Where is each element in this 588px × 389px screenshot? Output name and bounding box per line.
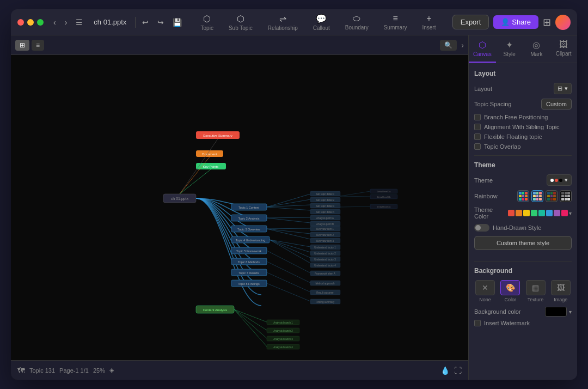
alignment-checkbox[interactable]	[474, 124, 481, 130]
flexible-checkbox[interactable]	[474, 133, 481, 140]
hand-drawn-toggle[interactable]	[474, 224, 489, 232]
rainbow-label: Rainbow	[474, 193, 498, 199]
close-window-btn[interactable]	[17, 19, 24, 26]
svg-text:Analysis branch 3: Analysis branch 3	[273, 338, 293, 341]
color-swatch-7[interactable]	[554, 210, 560, 216]
svg-text:Understand factor 4: Understand factor 4	[314, 264, 336, 267]
zoom-level: 25%	[93, 367, 105, 374]
theme-color-swatches[interactable]: ▾	[508, 210, 572, 216]
bg-option-none[interactable]: ✕ None	[474, 280, 496, 302]
theme-select[interactable]: ▾	[547, 174, 572, 186]
export-button[interactable]: Export	[452, 15, 489, 29]
svg-text:Result outcome: Result outcome	[316, 291, 334, 294]
redo-button[interactable]: ↪	[155, 16, 166, 29]
panel-toggle-button[interactable]: ›	[461, 41, 464, 50]
topic-spacing-row: Topic Spacing Custom	[474, 99, 572, 110]
grid-button[interactable]: ⊞	[543, 16, 551, 28]
undo-button[interactable]: ↩	[140, 16, 151, 29]
svg-text:Overview item 2: Overview item 2	[316, 234, 334, 236]
tool-subtopic[interactable]: ⬡ Sub Topic	[222, 11, 259, 33]
bg-color-expand-icon[interactable]: ▾	[569, 309, 572, 315]
view-list-button[interactable]: ≡	[32, 40, 44, 51]
tool-summary[interactable]: ≡ Summary	[377, 11, 414, 33]
topic-spacing-value[interactable]: Custom	[541, 99, 572, 110]
color-swatch-1[interactable]	[508, 210, 514, 216]
svg-text:Topic 1 Content: Topic 1 Content	[238, 206, 260, 209]
divider-2	[474, 261, 572, 262]
tool-topic[interactable]: ⬡ Topic	[194, 11, 220, 33]
svg-text:Sub topic detail 1: Sub topic detail 1	[316, 193, 335, 196]
color-swatch-2[interactable]	[516, 210, 522, 216]
canvas-main[interactable]: ch 01.pptx Executive Summary Document Ke…	[11, 55, 468, 360]
map-view-button[interactable]: 🗺	[17, 366, 25, 375]
overlap-checkbox[interactable]	[474, 143, 481, 150]
rainbow-btn-3[interactable]	[546, 190, 558, 202]
custom-theme-button[interactable]: Custom theme style	[474, 236, 572, 250]
share-button[interactable]: 👤 Share	[493, 15, 538, 29]
divider-1	[474, 155, 572, 156]
view-grid-button[interactable]: ⊞	[15, 40, 29, 51]
color-swatch-8[interactable]	[561, 210, 568, 216]
svg-text:Understand factor 2: Understand factor 2	[314, 252, 336, 255]
theme-label: Theme	[474, 177, 493, 184]
tab-canvas[interactable]: ⬡ Canvas	[469, 35, 496, 63]
tool-boundary[interactable]: ⬭ Boundary	[339, 11, 375, 33]
watermark-button[interactable]: 💧	[440, 366, 450, 375]
subtopic-icon: ⬡	[237, 14, 244, 24]
panel-content: Layout Layout ⊞ ▾ Topic Spacing Custom B…	[469, 63, 577, 380]
canvas-toolbar: ⊞ ≡ 🔍 ›	[11, 35, 468, 55]
back-button[interactable]: ‹	[51, 16, 58, 29]
color-expand-icon[interactable]: ▾	[569, 210, 572, 216]
branch-free-checkbox[interactable]	[474, 114, 481, 120]
hamburger-button[interactable]: ☰	[74, 16, 85, 29]
bg-option-texture[interactable]: ▦ Texture	[525, 280, 547, 302]
bg-option-color[interactable]: 🎨 Color	[499, 280, 521, 302]
theme-section-title: Theme	[474, 161, 572, 169]
tab-clipart[interactable]: 🖼 Clipart	[550, 35, 577, 63]
color-swatch-4[interactable]	[531, 210, 537, 216]
tab-mark[interactable]: ◎ Mark	[523, 35, 550, 63]
theme-chevron-icon: ▾	[565, 177, 568, 184]
layout-select[interactable]: ⊞ ▾	[554, 83, 572, 94]
svg-text:Analysis point A: Analysis point A	[316, 217, 334, 220]
alignment-label: Alignment With Sibling Topic	[484, 124, 560, 130]
tool-relationship[interactable]: ⇌ Relationship	[261, 11, 304, 33]
avatar[interactable]	[555, 15, 571, 30]
svg-text:Finding summary: Finding summary	[316, 301, 335, 303]
bg-image-icon: 🖼	[551, 280, 571, 295]
bg-color-swatch[interactable]	[545, 307, 567, 317]
rainbow-btn-4[interactable]	[560, 190, 572, 202]
hand-drawn-row: Hand-Drawn Style	[474, 224, 572, 232]
svg-text:Detail level 3a: Detail level 3a	[377, 190, 391, 193]
toolbar-right: Export 👤 Share ⊞	[452, 15, 571, 30]
bg-color-label: Background color	[474, 308, 521, 315]
background-section-title: Background	[474, 267, 572, 275]
share-icon: 👤	[501, 18, 510, 26]
fullscreen-button[interactable]: ⛶	[454, 366, 462, 375]
color-swatch-3[interactable]	[523, 210, 530, 216]
search-button[interactable]: 🔍	[440, 40, 457, 51]
color-swatch-6[interactable]	[546, 210, 553, 216]
tool-callout[interactable]: 💬 Callout	[307, 11, 336, 33]
rainbow-btn-2[interactable]	[531, 190, 543, 202]
svg-text:Sub topic detail 3: Sub topic detail 3	[316, 205, 335, 208]
layout-row: Layout ⊞ ▾	[474, 83, 572, 94]
tool-insert[interactable]: + Insert	[415, 11, 442, 33]
forward-button[interactable]: ›	[63, 16, 70, 29]
color-swatch-5[interactable]	[538, 210, 545, 216]
bg-color-icon: 🎨	[500, 280, 520, 295]
style-tab-icon: ✦	[506, 40, 513, 50]
bg-color-picker[interactable]: ▾	[545, 307, 572, 317]
bg-option-image[interactable]: 🖼 Image	[550, 280, 572, 302]
save-button[interactable]: 💾	[170, 16, 184, 29]
layout-section-title: Layout	[474, 70, 572, 77]
overlap-label: Topic Overlap	[484, 143, 520, 150]
watermark-checkbox[interactable]	[474, 320, 481, 326]
tab-style[interactable]: ✦ Style	[496, 35, 523, 63]
bg-none-icon: ✕	[475, 280, 495, 295]
rainbow-btn-1[interactable]	[517, 190, 529, 202]
svg-text:Key Points: Key Points	[203, 165, 219, 168]
minimize-window-btn[interactable]	[27, 19, 34, 26]
maximize-window-btn[interactable]	[37, 19, 44, 26]
checkbox-flexible: Flexible Floating topic	[474, 133, 572, 140]
